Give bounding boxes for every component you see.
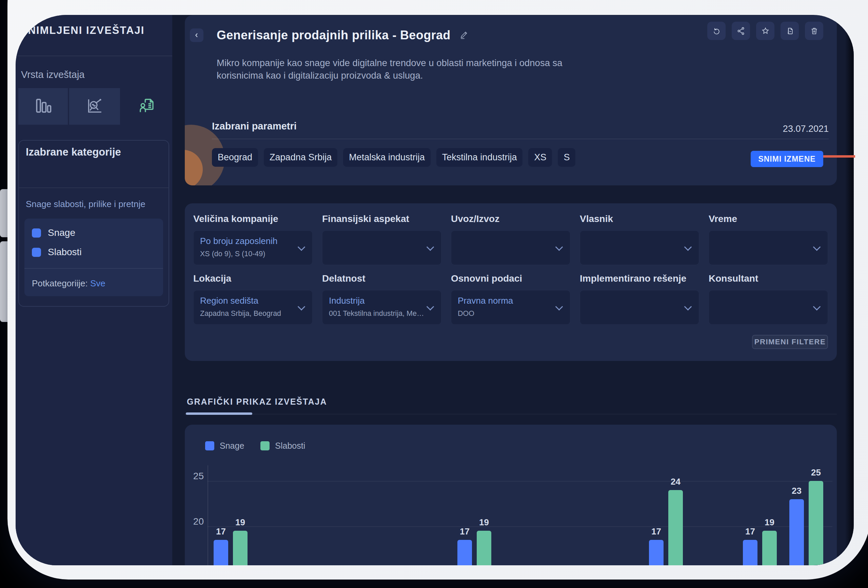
refresh-icon — [712, 27, 721, 35]
bar-value-label: 19 — [473, 517, 495, 528]
filter-dropdown[interactable]: Po broju zaposlenihXS (do 9), S (10-49) — [193, 230, 313, 265]
chevron-down-icon — [813, 303, 821, 311]
subcategories-all-link[interactable]: Sve — [90, 278, 105, 289]
filter-dropdown[interactable]: Pravna normaDOO — [451, 290, 570, 325]
checkbox-icon[interactable] — [32, 248, 41, 257]
filter-value: Po broju zaposlenih — [200, 236, 278, 246]
filter-dropdown[interactable] — [580, 230, 699, 265]
tab-baseline — [185, 414, 837, 414]
bar-value-label: 19 — [759, 517, 780, 528]
category-checkbox-row: Slabosti — [32, 245, 82, 259]
y-axis-tick: 20 — [185, 516, 204, 527]
selected-params-label: Izabrani parametri — [212, 121, 297, 132]
bar-chart-icon — [34, 96, 53, 116]
bar-value-label: 17 — [454, 526, 475, 537]
filter-dropdown[interactable] — [709, 230, 828, 265]
parameter-chip[interactable]: XS — [528, 148, 552, 167]
legend-label: Slabosti — [275, 441, 305, 451]
device-side-button — [0, 241, 7, 322]
filter-label: Konsultant — [709, 273, 758, 284]
share-button[interactable] — [732, 22, 750, 40]
report-type-label: Vrsta izveštaja — [21, 69, 85, 80]
filter-label: Vlasnik — [580, 214, 613, 224]
screen-edge-shade — [845, 15, 854, 565]
save-changes-button[interactable]: SNIMI IZMENE — [751, 151, 823, 167]
subcategories-row: Potkategoriije: Sve — [32, 278, 105, 289]
person-report-icon — [137, 96, 156, 116]
report-header-card: Generisanje prodajnih prilika - Beograd … — [185, 15, 837, 186]
star-icon — [761, 27, 770, 35]
filter-detail: XS (do 9), S (10-49) — [200, 250, 265, 258]
filter-label: Delatnost — [322, 273, 366, 284]
bar-value-label: 23 — [786, 486, 807, 496]
chart-card: SnageSlabosti 252017191719172417192325 — [185, 424, 837, 565]
filter-label: Vreme — [709, 214, 737, 224]
screenshot-canvas: SNIMLJENI IZVEŠTAJI Vrsta izveštaja — [0, 0, 868, 588]
checkbox-label: Snage — [48, 227, 75, 238]
trash-button[interactable] — [805, 22, 823, 40]
chevron-down-icon — [813, 243, 821, 251]
checkbox-icon[interactable] — [32, 228, 41, 237]
legend-label: Snage — [220, 441, 244, 451]
share-icon — [737, 27, 745, 35]
parameter-chip[interactable]: Beograd — [212, 148, 258, 167]
category-card: SnageSlabosti Potkategoriije: Sve — [24, 219, 163, 296]
refresh-button[interactable] — [707, 22, 726, 40]
filter-dropdown[interactable] — [580, 290, 699, 325]
tab-graph-view[interactable]: GRAFIČKI PRIKAZ IZVEŠTAJA — [187, 397, 327, 407]
filter-dropdown[interactable]: Industrija001 Tekstilna industrija, Me… — [322, 290, 441, 325]
category-checkbox-row: Snage — [32, 226, 75, 240]
divider — [19, 187, 168, 188]
filter-dropdown[interactable] — [451, 230, 570, 265]
divider — [16, 56, 172, 56]
bar-slabosti — [809, 481, 823, 565]
parameter-chips: BeogradZapadna SrbijaMetalska industrija… — [212, 148, 576, 167]
selected-categories-box: Izabrane kategorije Snage slabosti, pril… — [18, 140, 169, 307]
bar-snage — [649, 540, 664, 565]
filter-dropdown[interactable] — [709, 290, 828, 325]
filter-label: Uvoz/Izvoz — [451, 214, 499, 224]
bar-slabosti — [477, 531, 491, 565]
legend-entry: Snage — [205, 441, 244, 451]
filter-detail: Zapadna Srbija, Beograd — [200, 309, 281, 318]
bar-value-label: 24 — [665, 476, 686, 487]
legend-entry: Slabosti — [260, 441, 305, 451]
bar-snage — [458, 540, 472, 565]
chevron-down-icon — [298, 243, 306, 251]
tab-bar-chart-report[interactable] — [18, 88, 68, 125]
parameter-chip[interactable]: S — [558, 148, 576, 167]
bar-snage — [214, 540, 228, 565]
bar-snage — [743, 540, 757, 565]
back-button[interactable] — [190, 28, 204, 42]
parameter-chip[interactable]: Tekstilna industrija — [436, 148, 523, 167]
chevron-down-icon — [555, 303, 563, 311]
apply-filters-button[interactable]: PRIMENI FILTERE — [752, 335, 828, 349]
parameter-chip[interactable]: Zapadna Srbija — [264, 148, 337, 167]
bar-value-label: 17 — [645, 526, 667, 537]
filter-dropdown[interactable] — [322, 230, 441, 265]
filter-dropdown[interactable]: Region sedištaZapadna Srbija, Beograd — [193, 290, 313, 325]
filter-label: Implementirano rešenje — [580, 273, 686, 284]
filter-label: Osnovni podaci — [451, 273, 522, 284]
page-title: Generisanje prodajnih prilika - Beograd — [217, 28, 450, 42]
categories-heading: Izabrane kategorije — [26, 146, 121, 158]
filter-label: Finansijski aspekat — [322, 214, 409, 224]
chevron-down-icon — [427, 243, 434, 251]
bar-value-label: 17 — [740, 526, 761, 537]
analytics-icon — [85, 96, 104, 116]
filter-value: Region sedišta — [200, 296, 258, 306]
edit-title-icon[interactable] — [459, 30, 469, 41]
filter-label: Veličina kompanije — [193, 214, 278, 224]
divider — [212, 139, 829, 139]
tab-analytics-report[interactable] — [69, 88, 120, 125]
app-screen: SNIMLJENI IZVEŠTAJI Vrsta izveštaja — [16, 15, 854, 565]
report-description: Mikro kompanije kao snage vide digitalne… — [217, 57, 562, 82]
duplicate-button[interactable] — [781, 22, 799, 40]
active-tab-indicator — [186, 413, 252, 415]
star-button[interactable] — [756, 22, 774, 40]
parameter-chip[interactable]: Metalska industrija — [343, 148, 431, 167]
legend-swatch — [205, 441, 214, 450]
tab-person-report-active[interactable] — [121, 88, 172, 125]
bar-slabosti — [762, 531, 777, 565]
sidebar: SNIMLJENI IZVEŠTAJI Vrsta izveštaja — [16, 15, 172, 565]
